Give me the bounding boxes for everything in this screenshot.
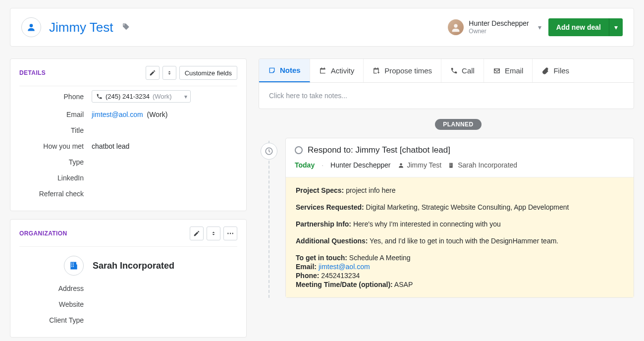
- owner-role: Owner: [469, 28, 529, 35]
- note-icon: [268, 66, 276, 74]
- address-label: Address: [19, 284, 84, 292]
- add-deal-button[interactable]: Add new deal: [548, 18, 609, 36]
- organization-title: ORGANIZATION: [19, 230, 67, 237]
- more-icon[interactable]: ⋯: [223, 227, 237, 240]
- tab-files[interactable]: Files: [533, 59, 578, 82]
- edit-icon[interactable]: [146, 66, 160, 80]
- tab-activity[interactable]: Activity: [310, 59, 364, 82]
- tab-propose-times[interactable]: Propose times: [364, 59, 441, 82]
- website-label: Website: [19, 300, 84, 308]
- add-deal-dropdown[interactable]: ▾: [609, 18, 623, 36]
- tab-call[interactable]: Call: [441, 59, 484, 82]
- reorder-icon[interactable]: [207, 227, 220, 240]
- how-met-value: chatbot lead: [92, 142, 129, 150]
- paperclip-icon: [541, 67, 549, 75]
- customize-fields-button[interactable]: Customize fields: [179, 66, 237, 80]
- chevron-down-icon[interactable]: ▾: [184, 93, 187, 100]
- activity-title[interactable]: Respond to: Jimmy Test [chatbot lead]: [308, 145, 450, 155]
- client-type-label: Client Type: [19, 316, 84, 324]
- building-icon: [64, 256, 84, 276]
- email-value: jimtest@aol.com (Work): [92, 111, 167, 118]
- activity-body: Project Specs: project info here Service…: [286, 177, 634, 297]
- envelope-icon: [493, 67, 501, 75]
- contact-header: Jimmy Test Hunter Deschepper Owner ▾ Add…: [10, 8, 634, 47]
- activity-card: Respond to: Jimmy Test [chatbot lead] To…: [285, 138, 634, 298]
- contact-name[interactable]: Jimmy Test: [49, 20, 113, 35]
- clock-icon: [261, 143, 277, 160]
- timeline-line: [268, 141, 269, 298]
- person-icon: [21, 17, 41, 37]
- chevron-down-icon[interactable]: ▾: [534, 23, 541, 31]
- linkedin-label: LinkedIn: [19, 174, 84, 182]
- phone-value: (245) 241-3234: [106, 93, 150, 100]
- svg-point-1: [454, 24, 458, 28]
- phone-type: (Work): [153, 93, 172, 100]
- tab-email[interactable]: Email: [484, 59, 533, 82]
- reorder-icon[interactable]: [162, 66, 176, 80]
- tab-notes[interactable]: Notes: [259, 59, 310, 82]
- email-link[interactable]: jimtest@aol.com: [92, 111, 143, 118]
- owner-avatar: [448, 19, 464, 35]
- tag-icon[interactable]: [121, 23, 130, 32]
- owner-name: Hunter Deschepper: [469, 19, 529, 28]
- phone-field[interactable]: (245) 241-3234 (Work) ▾: [92, 90, 191, 103]
- details-title: DETAILS: [19, 69, 46, 76]
- referral-label: Referral check: [19, 190, 84, 198]
- title-label: Title: [19, 126, 84, 134]
- tabbar: Notes Activity Propose times: [259, 58, 634, 82]
- phone-icon: [450, 67, 458, 74]
- edit-icon[interactable]: [190, 227, 204, 240]
- email-label: Email: [19, 111, 84, 118]
- svg-point-0: [30, 24, 33, 27]
- activity-date: Today: [295, 161, 315, 169]
- activity-email-link[interactable]: jimtest@aol.com: [319, 263, 370, 271]
- type-label: Type: [19, 158, 84, 166]
- activity-person[interactable]: Jimmy Test: [398, 161, 442, 169]
- planned-badge: PLANNED: [435, 119, 482, 130]
- owner-selector[interactable]: Hunter Deschepper Owner ▾: [448, 19, 541, 35]
- activity-complete-checkbox[interactable]: [295, 146, 303, 154]
- activity-org[interactable]: Sarah Incorporated: [448, 161, 517, 169]
- organization-card: ORGANIZATION ⋯ Sarah: [10, 219, 247, 338]
- phone-handset-icon: [96, 93, 103, 100]
- phone-label: Phone: [19, 93, 84, 101]
- how-met-label: How you met: [19, 142, 84, 150]
- calendar-icon: [319, 67, 327, 75]
- organization-name[interactable]: Sarah Incorporated: [93, 261, 174, 271]
- details-card: DETAILS Customize fields Phone: [10, 58, 247, 211]
- notes-input[interactable]: Click here to take notes...: [259, 82, 634, 109]
- propose-times-icon: [373, 67, 380, 75]
- activity-owner: Hunter Deschepper: [330, 161, 390, 169]
- svg-point-3: [400, 163, 402, 165]
